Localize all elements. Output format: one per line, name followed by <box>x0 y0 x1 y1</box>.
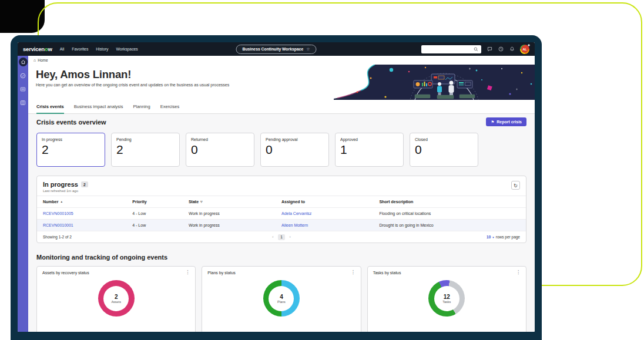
stat-card-approved[interactable]: Approved 1 <box>335 133 404 167</box>
filter-icon: ▽ <box>200 200 203 203</box>
kebab-menu-icon[interactable]: ⋮ <box>185 270 190 275</box>
history-clock-icon[interactable] <box>498 46 504 52</box>
stat-card-returned[interactable]: Returned 0 <box>186 133 254 167</box>
report-crisis-button[interactable]: ⚑ Report crisis <box>486 117 526 126</box>
table-header-row: Number▲ Priority State▽ Assigned to Shor… <box>37 196 526 207</box>
pagination: ‹ 1 › <box>272 234 291 240</box>
user-avatar[interactable]: AL <box>520 45 529 54</box>
section-title-monitoring: Monitoring and tracking of ongoing event… <box>36 254 526 261</box>
kebab-menu-icon[interactable]: ⋮ <box>516 270 521 275</box>
chart-card-assets-by-recovery-status: Assets by recovery status ⋮ 2 Assets <box>36 266 196 332</box>
assets-donut-chart[interactable]: 2 Assets <box>98 280 135 317</box>
laptop-frame: servicenow All Favorites History Workspa… <box>11 35 542 340</box>
state-cell: Work in progress <box>189 208 281 219</box>
nav-item-favorites[interactable]: Favorites <box>72 47 88 51</box>
column-header-short-description[interactable]: Short description <box>379 196 526 207</box>
chart-card-tasks-by-status: Tasks by status ⋮ 12 Tasks <box>367 266 526 332</box>
top-nav-right: AL <box>421 45 529 54</box>
column-header-priority[interactable]: Priority <box>132 196 189 207</box>
chevron-down-icon: ▾ <box>492 235 494 239</box>
nav-item-history[interactable]: History <box>96 47 108 51</box>
breadcrumb: ⌂ Home <box>28 56 535 65</box>
showing-count-text: Showing 1-2 of 2 <box>43 235 72 239</box>
tab-exercises[interactable]: Exercises <box>160 100 180 114</box>
stat-card-in-progress[interactable]: In progress 2 <box>36 133 105 167</box>
refresh-button[interactable]: ↻ <box>511 181 520 190</box>
current-page-indicator[interactable]: 1 <box>278 234 286 240</box>
column-header-state[interactable]: State▽ <box>189 196 281 207</box>
tab-business-impact-analysis[interactable]: Business impact analysis <box>74 100 123 114</box>
refresh-icon: ↻ <box>514 183 518 188</box>
monitoring-cards: Assets by recovery status ⋮ 2 Assets <box>36 266 526 332</box>
next-page-icon[interactable]: › <box>289 235 291 240</box>
page-greeting-subtitle: Here you can get an overview of the ongo… <box>36 83 229 87</box>
short-description-cell: Flooding on critical locations <box>379 208 526 219</box>
search-icon <box>473 46 479 52</box>
workspace-sidebar <box>18 56 28 332</box>
table-row: RCEVN0001005 4 - Low Work in progress Ad… <box>37 207 526 219</box>
content-area: Crisis events overview ⚑ Report crisis I… <box>28 114 535 332</box>
table-count-badge: 2 <box>81 181 88 187</box>
nav-item-workspaces[interactable]: Workspaces <box>116 47 137 51</box>
last-refreshed-text: Last refreshed 1m ago <box>43 189 520 193</box>
previous-page-icon[interactable]: ‹ <box>272 235 274 240</box>
workspace-switcher[interactable]: Business Continuity Workspace ☆ <box>236 45 316 54</box>
record-number-link[interactable]: RCEVN0001005 <box>37 208 132 219</box>
stat-card-closed[interactable]: Closed 0 <box>410 133 478 167</box>
stat-card-pending[interactable]: Pending 2 <box>111 133 180 167</box>
assigned-to-link[interactable]: Adela Cervantsz <box>281 208 379 219</box>
assigned-to-link[interactable]: Aileen Mottern <box>281 220 379 231</box>
screen: servicenow All Favorites History Workspa… <box>18 42 535 332</box>
sidebar-item-lists[interactable] <box>19 85 28 93</box>
top-nav: servicenow All Favorites History Workspa… <box>18 42 535 56</box>
in-progress-table-card: In progress 2 Last refreshed 1m ago ↻ Nu… <box>36 176 526 243</box>
hero-illustration <box>334 65 535 100</box>
plans-donut-chart[interactable]: 4 Plans <box>263 280 300 317</box>
record-number-link[interactable]: RCEVN0010001 <box>37 220 132 231</box>
stat-card-pending-approval[interactable]: Pending approval 0 <box>260 133 329 167</box>
table-title: In progress <box>43 181 78 188</box>
sidebar-item-home[interactable] <box>19 58 28 66</box>
priority-cell: 4 - Low <box>132 220 189 231</box>
star-icon[interactable]: ☆ <box>306 47 310 52</box>
hero-banner: Hey, Amos Linnan! Here you can get an ov… <box>28 65 535 100</box>
table-footer: Showing 1-2 of 2 ‹ 1 › 10 ▾ rows per pag… <box>37 231 526 243</box>
flag-icon: ⚑ <box>491 120 494 124</box>
breadcrumb-home[interactable]: Home <box>38 58 48 62</box>
nav-menu: All Favorites History Workspaces <box>60 47 138 51</box>
sidebar-item-tasks[interactable] <box>19 71 28 80</box>
chart-card-plans-by-status: Plans by status ⋮ 4 Plans <box>202 266 361 332</box>
sort-ascending-icon: ▲ <box>60 200 63 203</box>
search-input[interactable] <box>421 45 481 53</box>
kebab-menu-icon[interactable]: ⋮ <box>351 270 355 275</box>
section-title-crisis-overview: Crisis events overview <box>36 119 106 126</box>
servicenow-logo[interactable]: servicenow <box>23 46 52 52</box>
home-icon: ⌂ <box>33 58 36 62</box>
sidebar-item-board[interactable] <box>19 98 28 107</box>
crisis-stat-cards: In progress 2 Pending 2 Returned 0 Pendi… <box>36 133 526 167</box>
tab-crisis-events[interactable]: Crisis events <box>36 100 64 114</box>
tab-planning[interactable]: Planning <box>133 100 150 114</box>
tasks-donut-chart[interactable]: 12 Tasks <box>428 280 465 317</box>
column-header-assigned-to[interactable]: Assigned to <box>281 196 379 207</box>
rows-per-page-control[interactable]: 10 ▾ rows per page <box>487 235 520 239</box>
chat-icon[interactable] <box>487 46 492 52</box>
avatar-status-dot <box>528 44 531 47</box>
short-description-cell: Drought is on going in Mexico <box>379 220 526 231</box>
tab-bar: Crisis events Business impact analysis P… <box>28 100 535 114</box>
table-row: RCEVN0010001 4 - Low Work in progress Ai… <box>37 219 526 231</box>
priority-cell: 4 - Low <box>132 208 189 219</box>
column-header-number[interactable]: Number▲ <box>37 196 132 207</box>
nav-item-all[interactable]: All <box>60 47 65 51</box>
notifications-bell-icon[interactable] <box>509 46 515 52</box>
page-greeting: Hey, Amos Linnan! <box>36 68 229 81</box>
state-cell: Work in progress <box>189 220 281 231</box>
